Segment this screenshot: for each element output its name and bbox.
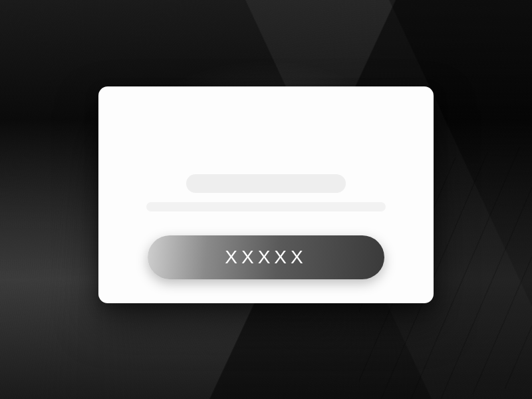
modal-card: XXXXX (98, 86, 434, 303)
subtitle-placeholder (146, 202, 386, 211)
title-placeholder (186, 174, 346, 193)
primary-action-button[interactable]: XXXXX (148, 235, 384, 279)
